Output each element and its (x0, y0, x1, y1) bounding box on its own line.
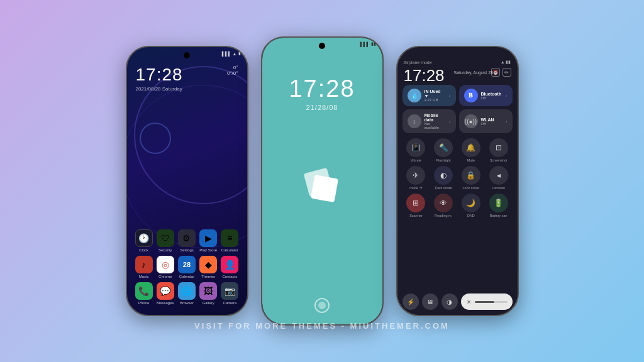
mute-btn[interactable]: 🔔 Mute (459, 138, 483, 162)
flash-btn[interactable]: ⚡ (402, 293, 419, 310)
app-playstore[interactable]: ▶ Play Store (197, 229, 219, 252)
screen-center: ▌▌▌ ▮▮ 17:28 21/28/08 (262, 38, 382, 324)
app-settings[interactable]: ⚙ Settings (176, 229, 197, 252)
app-chrome[interactable]: ◎ Chrome (155, 256, 176, 278)
brightness-icon: ☀ (466, 299, 472, 305)
app-row-2: ♪ Music ◎ Chrome 28 Calendar ◆ Themes (133, 256, 241, 278)
bluetooth-tile[interactable]: 𝐁 Bluetooth Off › (459, 85, 513, 106)
status-icons: ▌▌▌ ▲ ▮ (222, 51, 241, 56)
app-music[interactable]: ♪ Music (133, 256, 155, 278)
app-security[interactable]: 🛡 Security (155, 229, 176, 252)
themes-icon: ◆ (199, 256, 217, 273)
bt-arrow: › (506, 93, 508, 99)
decorative-arc (127, 85, 247, 248)
flashlight-icon: 🔦 (434, 138, 453, 157)
mobile-data-text: Mobile data Not available (425, 113, 446, 129)
app-gallery[interactable]: 🖼 Gallery (197, 282, 219, 305)
battery-icon: ▮ (238, 51, 241, 56)
mute-icon: 🔔 (462, 138, 480, 157)
location-icon: ◂ (489, 166, 508, 185)
signal-icon: ▌▌▌ (222, 52, 231, 56)
app-grid: 🕐 Clock 🛡 Security ⚙ Settings ▶ Play Sto… (133, 229, 241, 309)
battery-btn[interactable]: 🔋 Battery sav (487, 194, 511, 217)
contrast-btn[interactable]: ◑ (441, 293, 458, 310)
browser-icon: 🌐 (178, 282, 196, 300)
decorative-small-circle (140, 123, 171, 154)
dnd-btn[interactable]: 🌙 DND (459, 194, 483, 217)
dnd-icon: 🌙 (462, 194, 480, 212)
app-calendar[interactable]: 28 Calendar (176, 256, 197, 278)
punch-hole-center (319, 43, 325, 49)
mobile-data-tile[interactable]: ↕ Mobile data Not available › (402, 109, 456, 133)
center-camera (314, 298, 330, 313)
lockscreen-btn[interactable]: 🔒 Lock scree (459, 166, 483, 190)
center-signal: ▌▌▌ (360, 42, 370, 47)
center-time: 17:28 (289, 75, 355, 102)
quick-grid: 📳 Vibrate 🔦 Flashlight 🔔 Mute ⊡ Screensh… (402, 138, 513, 221)
messages-icon: 💬 (157, 282, 174, 300)
scanner-icon: ⊞ (406, 194, 425, 212)
punch-hole-left (184, 52, 190, 58)
app-camera[interactable]: 📷 Camera (219, 282, 240, 305)
brightness-fill (475, 301, 494, 303)
storage-text: IN Used ▼ 3.27 GB (425, 89, 446, 102)
airplane-bar: Airplane mode ▲ ▮▮ (404, 60, 511, 65)
brightness-slider[interactable] (475, 301, 508, 303)
vibrate-icon: 📳 (406, 138, 425, 157)
vibrate-btn[interactable]: 📳 Vibrate (404, 138, 428, 162)
right-status-icons: ▲ ▮▮ (501, 60, 511, 65)
center-battery: ▮▮ (371, 41, 376, 47)
center-status-icons: ▌▌▌ ▮▮ (360, 41, 376, 47)
bluetooth-icon: 𝐁 (464, 89, 478, 102)
center-logo (297, 161, 347, 211)
timer-icon[interactable]: ⏰ (491, 68, 500, 77)
screenshot-icon: ⊡ (489, 138, 508, 157)
settings-icon: ⚙ (178, 229, 196, 247)
app-browser[interactable]: 🌐 Browser (176, 282, 197, 305)
app-contacts[interactable]: 👤 Contacts (219, 256, 240, 278)
phones-container: ▌▌▌ ▲ ▮ 17:28 2021/08/28 Saturday 0° 0°/… (0, 0, 644, 362)
screen-right: Airplane mode ▲ ▮▮ 17:28 Saturday, Augus… (397, 47, 518, 315)
cast-btn[interactable]: 🖥 (422, 293, 438, 310)
calculator-icon: ≡ (221, 229, 238, 247)
left-time: 17:28 (136, 65, 183, 85)
left-weather: 0° 0°/0° (227, 65, 238, 76)
brightness-bar[interactable]: ☀ (461, 293, 513, 310)
screen-left: ▌▌▌ ▲ ▮ 17:28 2021/08/28 Saturday 0° 0°/… (127, 47, 247, 315)
app-themes[interactable]: ◆ Themes (197, 256, 219, 278)
app-clock[interactable]: 🕐 Clock (133, 229, 155, 252)
phone-left: ▌▌▌ ▲ ▮ 17:28 2021/08/28 Saturday 0° 0°/… (126, 46, 248, 316)
tiles-row-1: 💧 IN Used ▼ 3.27 GB › 𝐁 Bluetooth Off (402, 85, 513, 106)
screenshot-btn[interactable]: ⊡ Screenshot (487, 138, 511, 162)
app-row-3: 📞 Phone 💬 Messages 🌐 Browser 🖼 Gallery (133, 282, 241, 305)
darkmode-btn[interactable]: ◐ Dark mode (431, 166, 455, 190)
watermark: VISIT FOR MORE THEMES - MIUITHEMER.COM (194, 321, 450, 331)
reading-btn[interactable]: 👁 Reading m. (431, 194, 455, 217)
airplane-btn[interactable]: ✈ mode ✈ (404, 166, 428, 190)
storage-tile[interactable]: 💧 IN Used ▼ 3.27 GB › (402, 85, 456, 106)
edit-icon[interactable]: ✏ (502, 68, 511, 77)
flashlight-btn[interactable]: 🔦 Flashlight (431, 138, 455, 162)
airplane-icon: ✈ (406, 166, 425, 185)
control-tiles: 💧 IN Used ▼ 3.27 GB › 𝐁 Bluetooth Off (402, 85, 513, 136)
center-date: 21/28/08 (306, 104, 338, 111)
location-btn[interactable]: ◂ Location (487, 166, 511, 190)
scanner-btn[interactable]: ⊞ Scanner (404, 194, 428, 217)
app-calculator[interactable]: ≡ Calculator (219, 229, 240, 252)
tiles-row-2: ↕ Mobile data Not available › ((●)) WLAN… (402, 109, 513, 133)
storage-arrow: › (449, 93, 451, 99)
reading-icon: 👁 (434, 194, 453, 212)
app-messages[interactable]: 💬 Messages (155, 282, 176, 305)
lockscreen-icon: 🔒 (462, 166, 480, 185)
logo-svg (297, 161, 347, 211)
app-phone[interactable]: 📞 Phone (133, 282, 155, 305)
right-date: Saturday, August 28 (454, 70, 494, 76)
left-date: 2021/08/28 Saturday (136, 86, 182, 92)
right-time: 17:28 (404, 66, 445, 85)
wlan-tile[interactable]: ((●)) WLAN Off › (459, 109, 513, 133)
chrome-icon: ◎ (157, 256, 174, 273)
wlan-arrow: › (506, 119, 508, 124)
airplane-mode-label: Airplane mode (404, 60, 432, 65)
wlan-text: WLAN Off (481, 118, 502, 126)
phone-center: ▌▌▌ ▮▮ 17:28 21/28/08 (261, 36, 384, 326)
